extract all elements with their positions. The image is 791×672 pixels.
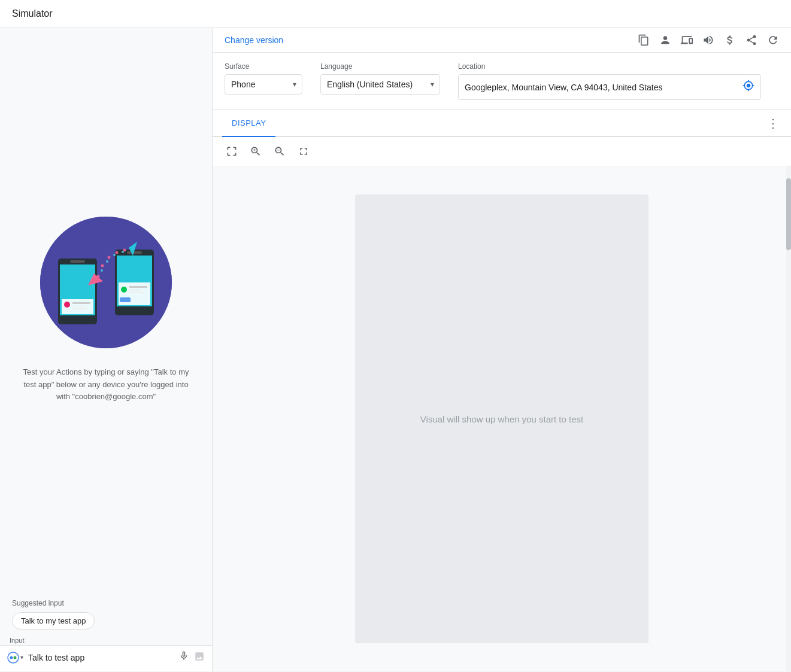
svg-point-31	[14, 656, 17, 659]
svg-rect-7	[72, 306, 84, 307]
dropdown-arrow-icon: ▾	[20, 654, 23, 661]
svg-point-25	[113, 254, 116, 256]
left-content-area: Test your Actions by typing or saying "T…	[0, 28, 212, 592]
suggested-input-section: Suggested input Talk to my test app	[0, 592, 212, 634]
text-input-field[interactable]	[28, 653, 174, 662]
svg-point-26	[122, 251, 124, 253]
language-select-wrapper: English (United States) English (UK) Spa…	[320, 74, 440, 95]
right-panel: Change version	[213, 28, 791, 671]
surface-label: Surface	[225, 62, 302, 71]
svg-point-13	[121, 287, 127, 293]
display-toolbar	[213, 137, 791, 166]
surface-select[interactable]: Phone Smart Display Speaker	[225, 74, 302, 95]
suggested-label: Suggested input	[12, 599, 200, 607]
zoom-in-icon[interactable]	[246, 142, 265, 161]
svg-point-5	[64, 302, 70, 308]
svg-rect-8	[72, 308, 87, 309]
account-icon[interactable]	[659, 34, 671, 46]
location-label: Location	[458, 62, 761, 71]
illustration-circle	[40, 217, 172, 348]
location-input[interactable]	[465, 83, 738, 92]
svg-rect-14	[129, 286, 147, 288]
scrollbar-track[interactable]	[786, 166, 791, 671]
display-section: DISPLAY ⋮	[213, 110, 791, 671]
volume-icon[interactable]	[702, 34, 714, 46]
suggested-chip[interactable]: Talk to my test app	[12, 612, 95, 630]
svg-point-21	[116, 251, 119, 254]
svg-rect-6	[72, 302, 90, 304]
app-title-bar: Simulator	[0, 0, 791, 28]
tab-bar: DISPLAY ⋮	[213, 110, 791, 137]
change-version-link[interactable]: Change version	[225, 35, 283, 45]
main-layout: Test your Actions by typing or saying "T…	[0, 28, 791, 671]
svg-point-19	[101, 264, 104, 267]
svg-point-23	[101, 269, 103, 272]
svg-point-29	[8, 652, 19, 663]
svg-point-20	[108, 256, 111, 259]
assistant-icon-button[interactable]: ▾	[7, 652, 23, 664]
image-input-icon[interactable]	[194, 651, 205, 664]
left-panel: Test your Actions by typing or saying "T…	[0, 28, 213, 671]
fit-screen-icon[interactable]	[222, 142, 241, 161]
svg-point-30	[10, 656, 13, 659]
svg-rect-3	[70, 260, 85, 263]
description-text: Test your Actions by typing or saying "T…	[16, 366, 196, 403]
display-tab[interactable]: DISPLAY	[222, 110, 275, 137]
location-input-wrapper	[458, 74, 761, 100]
share-icon[interactable]	[745, 34, 757, 46]
language-select[interactable]: English (United States) English (UK) Spa…	[320, 74, 440, 95]
input-label: Input	[0, 634, 212, 645]
illustration-svg	[40, 217, 172, 348]
fullscreen-icon[interactable]	[294, 142, 313, 161]
tab-more-icon[interactable]: ⋮	[765, 116, 781, 130]
assistant-logo-icon	[7, 652, 19, 664]
language-label: Language	[320, 62, 440, 71]
microphone-icon[interactable]	[178, 650, 189, 664]
svg-rect-16	[129, 292, 144, 293]
devices-icon[interactable]	[681, 34, 693, 46]
app-title-text: Simulator	[12, 8, 53, 19]
surface-select-wrapper: Phone Smart Display Speaker	[225, 74, 302, 95]
copy-icon[interactable]	[638, 34, 650, 46]
left-bottom-area: Suggested input Talk to my test app Inpu…	[0, 592, 212, 671]
settings-section: Surface Phone Smart Display Speaker Lang…	[213, 53, 791, 110]
surface-setting-group: Surface Phone Smart Display Speaker	[225, 62, 302, 100]
svg-rect-11	[127, 251, 142, 254]
visual-placeholder-text: Visual will show up when you start to te…	[420, 414, 583, 424]
right-header: Change version	[213, 28, 791, 53]
zoom-out-icon[interactable]	[270, 142, 289, 161]
scrollbar-thumb[interactable]	[786, 178, 791, 250]
description-main-text: Test your Actions by typing or saying "T…	[23, 367, 189, 402]
dollar-icon[interactable]	[724, 34, 736, 46]
refresh-icon[interactable]	[767, 34, 779, 46]
phone-display-area: Visual will show up when you start to te…	[355, 194, 648, 643]
location-setting-group: Location	[458, 62, 761, 100]
display-content-area: Visual will show up when you start to te…	[213, 166, 791, 671]
location-target-icon[interactable]	[742, 80, 754, 95]
input-section: ▾	[0, 645, 212, 671]
svg-rect-15	[129, 290, 141, 291]
language-setting-group: Language English (United States) English…	[320, 62, 440, 100]
svg-point-24	[106, 260, 108, 263]
header-icons-group	[638, 34, 779, 46]
svg-rect-17	[120, 297, 131, 302]
